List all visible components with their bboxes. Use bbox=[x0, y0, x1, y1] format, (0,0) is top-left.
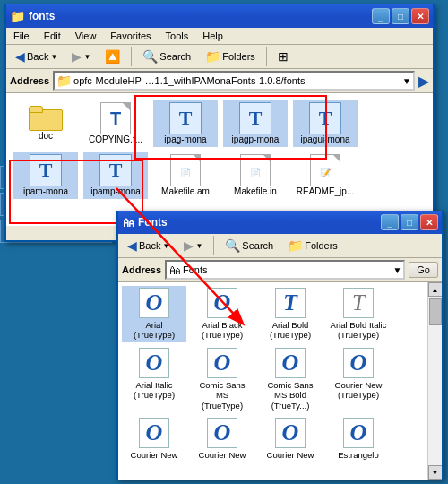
font-area: O Arial(TrueType) O Arial Black(TrueType… bbox=[118, 282, 442, 480]
font-item-arial-black[interactable]: O Arial Black(TrueType) bbox=[190, 286, 254, 342]
font-item-courier-3[interactable]: O Courier New bbox=[190, 416, 254, 462]
font-item-courier[interactable]: O Courier New(TrueType) bbox=[326, 346, 391, 412]
font-item-arial-bold[interactable]: T Arial Bold(TrueType) bbox=[258, 286, 323, 342]
toolbar-second: ◀ Back ▼ ▶ ▼ 🔍 Search 📁 Folders bbox=[118, 234, 442, 258]
font-icon-estrangelo: O bbox=[343, 418, 374, 448]
font-label-arial-black: Arial Black(TrueType) bbox=[202, 320, 243, 341]
back-button-second[interactable]: ◀ Back ▼ bbox=[122, 236, 175, 255]
second-window-icon: 🗛 bbox=[122, 215, 134, 229]
go-icon: ▶ bbox=[418, 73, 429, 90]
font-item-comic-sans[interactable]: O Comic Sans MS(TrueType) bbox=[190, 346, 254, 412]
font-label-estrangelo: Estrangelo bbox=[338, 450, 378, 460]
up-button-main[interactable]: 🔼 bbox=[99, 47, 125, 66]
search-icon-main: 🔍 bbox=[142, 49, 158, 64]
file-item-makefile-am[interactable]: 📄 Makefile.am bbox=[153, 152, 218, 199]
close-button-second[interactable]: ✕ bbox=[420, 214, 438, 230]
second-window-title: Fonts bbox=[138, 216, 168, 229]
menu-edit[interactable]: Edit bbox=[37, 29, 68, 43]
go-button-second[interactable]: Go bbox=[409, 262, 438, 278]
main-window-icon: 📁 bbox=[10, 9, 25, 23]
font-label-courier-3: Courier New bbox=[199, 450, 246, 460]
file-item-makefile-in[interactable]: 📄 Makefile.in bbox=[223, 152, 288, 199]
menu-file[interactable]: File bbox=[6, 29, 37, 43]
font-item-courier-4[interactable]: O Courier New bbox=[258, 416, 323, 462]
minimize-button-main[interactable]: _ bbox=[372, 8, 390, 24]
forward-dropdown-icon: ▼ bbox=[83, 53, 90, 61]
address-label-main: Address bbox=[10, 75, 49, 86]
back-icon-second: ◀ bbox=[127, 238, 137, 253]
view-icon: ⊞ bbox=[278, 49, 289, 64]
font-label-courier-2: Courier New bbox=[131, 450, 178, 460]
address-dropdown-icon[interactable]: ▼ bbox=[402, 76, 411, 86]
search-button-main[interactable]: 🔍 Search bbox=[137, 47, 196, 66]
back-dropdown-icon: ▼ bbox=[50, 53, 57, 61]
main-window-title: fonts bbox=[29, 10, 55, 22]
file-item-ipam[interactable]: T ipam-mona bbox=[13, 152, 78, 199]
scrollbar-right[interactable]: ▲ ▼ bbox=[427, 282, 442, 480]
toolbar-main: ◀ Back ▼ ▶ ▼ 🔼 🔍 Search 📁 Folders ⊞ bbox=[6, 45, 433, 69]
forward-dropdown-icon-second: ▼ bbox=[195, 242, 202, 250]
file-label-ipamp: ipamp-mona bbox=[90, 186, 141, 197]
file-item-ipag[interactable]: T ipag-mona bbox=[153, 100, 218, 147]
font-label-courier-4: Courier New bbox=[267, 450, 314, 460]
menubar-main: File Edit View Favorites Tools Help bbox=[6, 28, 433, 45]
font-item-arial[interactable]: O Arial(TrueType) bbox=[122, 286, 186, 342]
font-grid: O Arial(TrueType) O Arial Black(TrueType… bbox=[118, 282, 427, 480]
file-item-ipagp[interactable]: T ipagp-mona bbox=[223, 100, 288, 147]
view-button-main[interactable]: ⊞ bbox=[272, 47, 294, 66]
font-item-courier-2[interactable]: O Courier New bbox=[122, 416, 186, 462]
separator-1 bbox=[131, 47, 132, 66]
separator-2 bbox=[266, 47, 267, 66]
addressbar-main: Address 📁 opfc-ModuleHP-…1.1_withIPAMona… bbox=[6, 69, 433, 93]
main-window: 📁 fonts _ □ ✕ File Edit View Favorites T… bbox=[4, 4, 435, 242]
file-item-ipamp[interactable]: T ipamp-mona bbox=[83, 152, 148, 199]
font-icon-arial-black: O bbox=[207, 288, 237, 318]
second-titlebar: 🗛 Fonts _ □ ✕ bbox=[118, 211, 442, 234]
menu-tools[interactable]: Tools bbox=[159, 29, 196, 43]
font-label-comic-sans: Comic Sans MS(TrueType) bbox=[192, 380, 253, 411]
address-dropdown-icon-second[interactable]: ▼ bbox=[392, 265, 401, 275]
scroll-thumb[interactable] bbox=[429, 298, 442, 325]
maximize-button-main[interactable]: □ bbox=[392, 8, 409, 24]
file-item-ipagui[interactable]: T ipagui-mona bbox=[293, 100, 358, 147]
forward-button-second[interactable]: ▶ ▼ bbox=[178, 236, 208, 255]
file-item-doc[interactable]: doc bbox=[13, 100, 78, 147]
file-label-makefile-in: Makefile.in bbox=[234, 186, 277, 197]
scroll-down-btn[interactable]: ▼ bbox=[428, 465, 443, 480]
font-icon-courier-3: O bbox=[207, 418, 237, 448]
address-input-second[interactable]: 🗛 Fonts ▼ bbox=[165, 260, 405, 280]
font-icon-courier: O bbox=[343, 348, 374, 378]
file-label-ipag: ipag-mona bbox=[164, 134, 206, 145]
address-input-main[interactable]: 📁 opfc-ModuleHP-…1.1_withIPAMonaFonts-1.… bbox=[53, 71, 415, 91]
main-titlebar: 📁 fonts _ □ ✕ bbox=[6, 4, 433, 28]
close-button-main[interactable]: ✕ bbox=[411, 8, 429, 24]
font-icon-arial: O bbox=[139, 288, 169, 318]
search-button-second[interactable]: 🔍 Search bbox=[220, 236, 279, 255]
folders-button-main[interactable]: 📁 Folders bbox=[200, 47, 261, 66]
folders-button-second[interactable]: 📁 Folders bbox=[282, 236, 343, 255]
font-label-arial: Arial(TrueType) bbox=[134, 320, 175, 341]
font-label-arial-bold: Arial Bold(TrueType) bbox=[270, 320, 311, 341]
font-icon-arial-italic: O bbox=[139, 348, 169, 378]
font-item-arial-bold-italic[interactable]: T Arial Bold Italic(TrueType) bbox=[326, 286, 391, 342]
forward-button-main[interactable]: ▶ ▼ bbox=[66, 47, 96, 66]
font-icon-arial-bold-italic: T bbox=[343, 288, 374, 318]
font-label-comic-sans-bold: Comic Sans MS Bold (TrueTy...) bbox=[260, 380, 321, 411]
maximize-button-second[interactable]: □ bbox=[401, 214, 418, 230]
font-item-comic-sans-bold[interactable]: O Comic Sans MS Bold (TrueTy...) bbox=[258, 346, 323, 412]
second-window: 🗛 Fonts _ □ ✕ ◀ Back ▼ ▶ ▼ 🔍 Search 📁 Fo… bbox=[116, 211, 444, 480]
menu-help[interactable]: Help bbox=[195, 29, 230, 43]
file-item-copying[interactable]: T COPYING.f... bbox=[83, 100, 148, 147]
font-item-estrangelo[interactable]: O Estrangelo bbox=[326, 416, 391, 462]
doc-icon-makefile-am: 📄 bbox=[170, 154, 201, 186]
doc-icon-readme: 📝 bbox=[310, 154, 340, 186]
back-button-main[interactable]: ◀ Back ▼ bbox=[10, 47, 63, 66]
forward-icon: ▶ bbox=[72, 49, 82, 64]
scroll-up-btn[interactable]: ▲ bbox=[428, 282, 443, 297]
menu-favorites[interactable]: Favorites bbox=[103, 29, 158, 43]
minimize-button-second[interactable]: _ bbox=[381, 214, 399, 230]
font-item-arial-italic[interactable]: O Arial Italic(TrueType) bbox=[122, 346, 186, 412]
file-item-readme[interactable]: 📝 README_jp... bbox=[293, 152, 358, 199]
file-label-copying: COPYING.f... bbox=[89, 134, 142, 145]
menu-view[interactable]: View bbox=[68, 29, 104, 43]
